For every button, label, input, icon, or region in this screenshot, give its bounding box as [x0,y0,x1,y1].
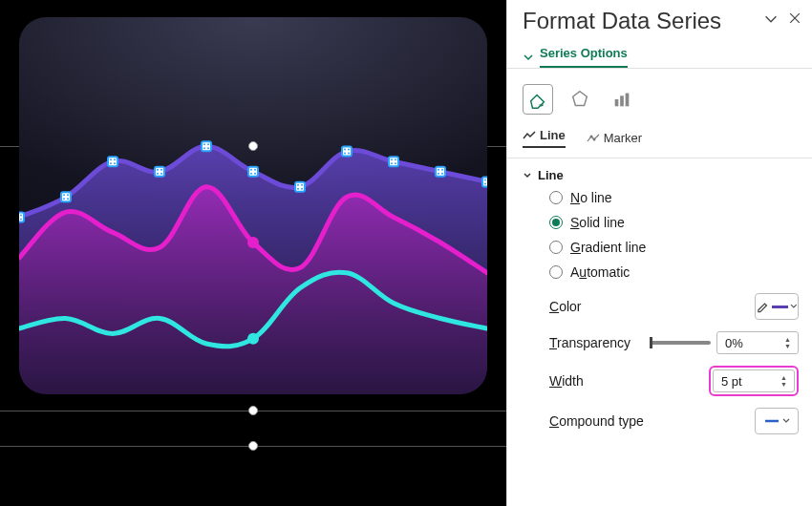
worksheet-canvas[interactable] [0,0,506,506]
svg-point-39 [348,153,350,155]
svg-point-53 [484,182,486,184]
svg-point-37 [348,149,350,151]
svg-point-22 [207,143,209,145]
spinner-arrows[interactable]: ▲▼ [780,370,792,391]
svg-point-19 [160,173,162,175]
collapse-icon[interactable] [762,11,780,32]
svg-point-47 [441,169,443,171]
svg-point-55 [247,237,259,248]
mode-effects-icon[interactable] [565,84,595,115]
svg-rect-45 [436,167,445,177]
svg-point-43 [391,162,393,164]
tab-marker[interactable]: Marker [587,128,642,148]
svg-rect-10 [108,157,118,166]
svg-point-18 [157,173,159,175]
svg-point-23 [203,147,205,149]
series-options-dropdown[interactable]: Series Options [507,38,812,68]
mode-series-options-icon[interactable] [607,84,637,115]
svg-point-34 [301,188,303,190]
spinner-arrows[interactable]: ▲▼ [784,332,796,353]
svg-point-61 [589,135,592,137]
format-pane: Format Data Series Series Options [506,0,812,506]
svg-point-13 [110,162,112,164]
svg-point-6 [63,194,65,196]
color-picker-button[interactable] [755,293,799,320]
svg-rect-5 [61,192,71,201]
svg-point-62 [592,137,595,140]
transparency-label: Transparency [549,335,630,350]
section-line-toggle[interactable]: Line [523,168,797,182]
svg-point-8 [63,198,65,200]
transparency-input[interactable]: 0% ▲▼ [716,331,799,354]
radio-gradient-line[interactable]: Gradient line [549,240,797,255]
selection-handle-bottom[interactable] [248,406,258,415]
svg-point-41 [391,158,393,160]
compound-type-button[interactable] [755,408,799,434]
svg-point-33 [297,188,299,190]
svg-point-24 [207,147,209,149]
svg-point-17 [160,169,162,171]
svg-point-42 [395,158,396,160]
svg-rect-0 [19,213,24,222]
svg-rect-58 [615,99,619,106]
panel-title: Format Data Series [523,8,721,34]
tab-line[interactable]: Line [523,128,566,148]
svg-point-44 [395,162,396,164]
compound-type-label: Compound type [549,413,644,429]
width-input[interactable]: 5 pt ▲▼ [713,369,795,392]
color-label: Color [549,299,581,314]
svg-point-51 [484,179,486,180]
selection-handle-bottom-outer[interactable] [248,441,258,451]
width-label: Width [549,373,584,389]
chart-plot [19,17,487,394]
svg-rect-25 [248,167,258,177]
svg-point-27 [254,169,256,171]
width-highlight: 5 pt ▲▼ [709,366,799,396]
svg-rect-60 [626,94,630,107]
radio-no-line[interactable]: No line [549,190,797,205]
svg-marker-57 [573,92,588,106]
svg-point-26 [250,169,252,171]
single-line-icon [763,416,780,426]
svg-rect-35 [342,147,352,157]
svg-point-32 [301,184,303,186]
svg-point-28 [250,173,252,175]
svg-point-38 [344,153,346,155]
svg-point-48 [438,173,439,175]
selection-handle-top[interactable] [248,141,258,151]
chevron-down-icon [790,303,798,310]
svg-rect-40 [389,157,398,166]
divider [507,68,812,69]
svg-point-2 [20,215,22,217]
svg-point-9 [67,198,69,200]
svg-point-29 [254,173,256,175]
radio-automatic[interactable]: Automatic [549,264,797,280]
svg-point-4 [20,219,22,221]
svg-point-21 [203,143,205,145]
svg-point-11 [110,158,112,160]
svg-rect-50 [482,177,487,186]
color-swatch [772,306,788,308]
svg-rect-59 [620,95,624,106]
svg-point-14 [114,162,116,164]
svg-rect-15 [155,167,164,177]
svg-point-7 [67,194,69,196]
svg-point-31 [297,184,299,186]
svg-point-36 [344,149,346,151]
mode-fill-line-icon[interactable] [523,84,553,115]
svg-rect-20 [202,141,211,151]
svg-point-46 [438,169,439,171]
transparency-slider[interactable] [650,341,711,345]
svg-rect-30 [295,182,305,192]
svg-point-56 [247,333,259,345]
close-icon[interactable] [787,11,802,32]
chevron-down-icon [782,417,790,425]
svg-point-16 [157,169,159,171]
radio-solid-line[interactable]: Solid line [549,215,797,230]
pencil-icon [756,299,770,314]
svg-point-12 [114,158,116,160]
chart-object[interactable] [19,17,487,394]
svg-point-49 [441,173,443,175]
